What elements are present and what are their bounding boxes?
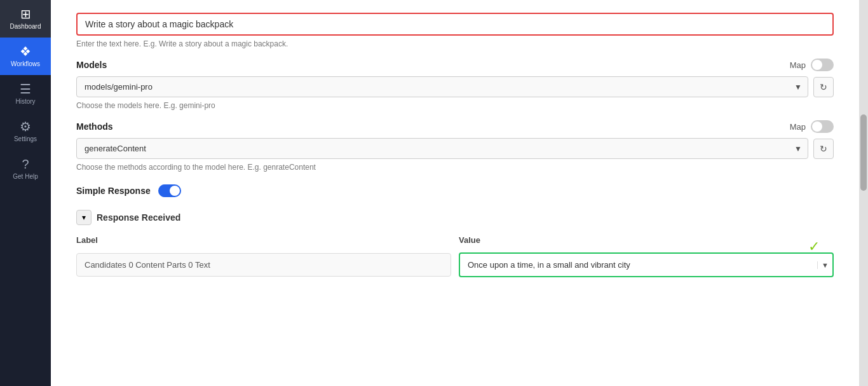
methods-map-row: Map — [790, 120, 834, 133]
sidebar: ⊞ Dashboard ❖ Workflows ☰ History ⚙ Sett… — [0, 0, 51, 386]
methods-map-label: Map — [790, 122, 806, 132]
candidates-value-dropdown-button[interactable]: ▼ — [817, 261, 832, 269]
sidebar-item-settings[interactable]: ⚙ Settings — [0, 113, 51, 150]
methods-map-toggle[interactable] — [811, 120, 834, 133]
methods-section-header: Methods Map — [76, 120, 834, 133]
label-column-header: Label — [76, 233, 451, 247]
methods-select-wrapper: generateContent ▼ — [76, 138, 808, 159]
sidebar-item-dashboard[interactable]: ⊞ Dashboard — [0, 0, 51, 38]
sidebar-item-get-help[interactable]: ? Get Help — [0, 150, 51, 188]
simple-response-toggle[interactable] — [158, 184, 181, 197]
settings-icon: ⚙ — [20, 120, 31, 133]
prompt-input[interactable] — [76, 13, 834, 36]
sidebar-label-history: History — [15, 98, 35, 105]
models-map-row: Map — [790, 59, 834, 71]
candidates-label-field: Candidates 0 Content Parts 0 Text — [76, 253, 451, 277]
models-label: Models — [76, 60, 107, 70]
response-received-label: Response Received — [97, 212, 180, 223]
response-received-header: ▾ Response Received — [76, 210, 834, 225]
models-section-header: Models Map — [76, 59, 834, 71]
dashboard-icon: ⊞ — [20, 8, 31, 20]
methods-select-row: generateContent ▼ ↻ — [76, 138, 834, 159]
models-select-wrapper: models/gemini-pro ▼ — [76, 76, 808, 97]
response-received-chevron-button[interactable]: ▾ — [76, 210, 92, 225]
checkmark-icon: ✓ — [808, 238, 820, 255]
response-table-header: Label Value — [76, 233, 834, 247]
methods-select[interactable]: generateContent — [76, 138, 808, 159]
main-content: Enter the text here. E.g. Write a story … — [51, 0, 859, 386]
sidebar-label-dashboard: Dashboard — [10, 23, 41, 30]
methods-label: Methods — [76, 121, 113, 132]
models-select-row: models/gemini-pro ▼ ↻ — [76, 76, 834, 97]
sidebar-label-workflows: Workflows — [11, 60, 40, 67]
prompt-helper-text: Enter the text here. E.g. Write a story … — [76, 39, 834, 48]
candidates-row: Candidates 0 Content Parts 0 Text ✓ ▼ — [76, 252, 834, 277]
value-column-header: Value — [459, 233, 834, 247]
workflows-icon: ❖ — [20, 45, 31, 58]
sidebar-item-history[interactable]: ☰ History — [0, 75, 51, 113]
methods-refresh-button[interactable]: ↻ — [813, 139, 834, 159]
candidates-value-field[interactable] — [460, 254, 817, 276]
help-icon: ? — [22, 158, 29, 170]
methods-helper-text: Choose the methods according to the mode… — [76, 163, 834, 172]
simple-response-row: Simple Response — [76, 184, 834, 197]
models-map-label: Map — [790, 60, 806, 70]
scrollbar-track — [859, 0, 868, 386]
sidebar-label-get-help: Get Help — [13, 173, 37, 180]
sidebar-item-workflows[interactable]: ❖ Workflows — [0, 38, 51, 75]
models-select[interactable]: models/gemini-pro — [76, 76, 808, 97]
scrollbar-thumb[interactable] — [860, 114, 867, 191]
simple-response-label: Simple Response — [76, 186, 151, 196]
models-helper-text: Choose the models here. E.g. gemini-pro — [76, 101, 834, 110]
candidates-value-wrapper: ✓ ▼ — [459, 252, 834, 277]
models-map-toggle[interactable] — [811, 59, 834, 71]
history-icon: ☰ — [20, 83, 31, 95]
sidebar-label-settings: Settings — [14, 135, 37, 142]
models-refresh-button[interactable]: ↻ — [813, 77, 834, 97]
